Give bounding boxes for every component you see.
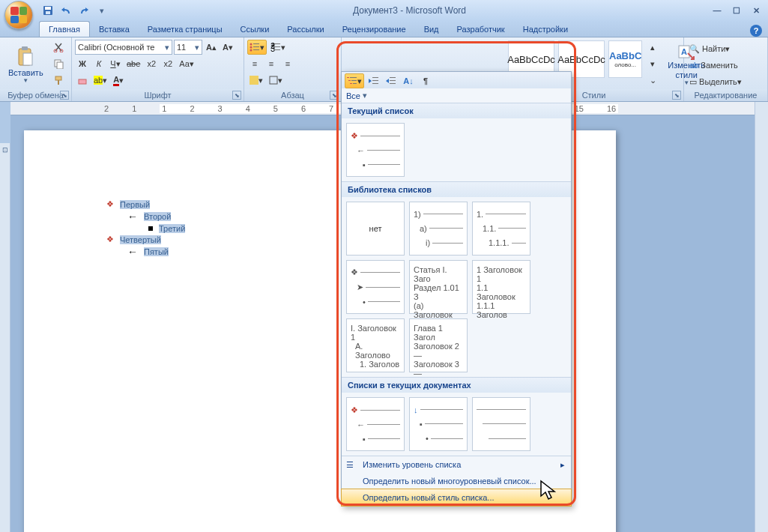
t: ↓ xyxy=(414,405,418,414)
font-name-value: Calibri (Основной те xyxy=(78,43,154,52)
list-tile[interactable]: I. Заголовок 1A. Заголово1. Заголов xyxy=(346,318,405,372)
find-icon: 🔍 xyxy=(689,44,700,54)
list-tile-none[interactable]: нет xyxy=(346,202,405,256)
styles-launcher-icon[interactable]: ⬊ xyxy=(672,91,681,100)
shading-icon[interactable]: ▾ xyxy=(247,73,265,88)
office-button[interactable] xyxy=(4,1,33,29)
para-launcher-icon[interactable]: ⬊ xyxy=(330,91,339,100)
superscript-icon[interactable]: x2 xyxy=(160,56,175,71)
bullets-icon[interactable]: ▾ xyxy=(247,40,267,55)
increase-indent-icon[interactable] xyxy=(384,73,399,88)
ruler-tick: 2 xyxy=(104,104,109,113)
tab-layout[interactable]: Разметка страницы xyxy=(139,22,232,37)
find-button[interactable]: 🔍 Найти ▾ xyxy=(687,41,765,56)
tab-mailings[interactable]: Рассылки xyxy=(278,22,333,37)
borders-icon[interactable]: ▾ xyxy=(267,73,285,88)
clear-format-icon[interactable] xyxy=(75,73,90,88)
show-marks-icon[interactable]: ¶ xyxy=(418,73,433,88)
define-new-list-style-item[interactable]: Определить новый стиль списка... xyxy=(342,489,571,506)
maximize-button[interactable]: ☐ xyxy=(729,4,744,16)
t: Заголовок 2— xyxy=(414,342,463,360)
save-icon[interactable] xyxy=(40,3,55,18)
ribbon-tabs: Главная Вставка Разметка страницы Ссылки… xyxy=(0,21,768,37)
dropdown-all-label[interactable]: Все xyxy=(346,91,360,100)
styles-down-icon[interactable]: ▾ xyxy=(645,56,660,71)
t: Статья I. Заго xyxy=(414,265,463,283)
paste-button[interactable]: Вставить ▼ xyxy=(3,40,49,89)
ruler-tick: 2 xyxy=(190,104,194,113)
close-button[interactable]: ✕ xyxy=(749,4,764,16)
tab-developer[interactable]: Разработчик xyxy=(448,22,514,37)
tab-review[interactable]: Рецензирование xyxy=(333,22,415,37)
styles-up-icon[interactable]: ▴ xyxy=(645,40,660,55)
define-new-multilevel-item[interactable]: Определить новый многоуровневый список..… xyxy=(342,473,571,489)
t: 1) xyxy=(414,210,421,219)
ruler-tick: 1 xyxy=(162,104,166,113)
list-tile[interactable]: ❖←▪ xyxy=(346,397,405,451)
list-tile[interactable]: 1.1.1.1.1.1. xyxy=(472,202,530,256)
ruler-tick: 6 xyxy=(301,104,306,113)
t: I. Заголовок 1 xyxy=(351,324,400,342)
list-tile[interactable]: 1 Заголовок 11.1 Заголовок1.1.1 Заголов xyxy=(472,260,530,314)
sort-icon[interactable]: A↓ xyxy=(401,73,416,88)
svg-rect-33 xyxy=(350,83,352,84)
svg-rect-35 xyxy=(372,77,378,78)
tab-addins[interactable]: Надстройки xyxy=(514,22,577,37)
align-center-icon[interactable]: ≡ xyxy=(264,56,279,71)
font-color-icon[interactable]: A▾ xyxy=(111,73,126,88)
styles-more-icon[interactable]: ⌄ xyxy=(645,73,660,88)
grow-font-icon[interactable]: A▴ xyxy=(204,40,219,55)
list-tile-none-label: нет xyxy=(369,224,382,233)
clipboard-launcher-icon[interactable]: ⬊ xyxy=(60,91,69,100)
strike-icon[interactable]: abe xyxy=(124,56,142,71)
align-left-icon[interactable]: ≡ xyxy=(247,56,262,71)
ruler-tick: 5 xyxy=(273,104,278,113)
qat-customize-icon[interactable]: ▾ xyxy=(94,3,109,18)
svg-rect-26 xyxy=(270,76,277,84)
tab-references[interactable]: Ссылки xyxy=(232,22,279,37)
align-right-icon[interactable]: ≡ xyxy=(280,56,295,71)
tab-insert[interactable]: Вставка xyxy=(90,22,139,37)
list-tile[interactable]: ↓▪• xyxy=(409,397,468,451)
font-size-combo[interactable]: 11▾ xyxy=(174,40,202,55)
undo-icon[interactable] xyxy=(58,3,73,18)
cut-icon[interactable] xyxy=(51,40,66,55)
list-tile[interactable]: 1)a)i) xyxy=(409,202,468,256)
list-tile[interactable]: Статья I. ЗагоРаздел 1.01 З(a) Заголовок xyxy=(409,260,468,314)
t: (a) Заголовок xyxy=(414,301,463,319)
list-tile-current[interactable]: ❖ ← ▪ xyxy=(346,123,405,177)
replace-button[interactable]: ab Заменить xyxy=(687,58,765,73)
highlight-icon[interactable]: ab▾ xyxy=(91,73,109,88)
shrink-font-icon[interactable]: A▾ xyxy=(220,40,235,55)
style-tile-3[interactable]: AaBbCолово... xyxy=(608,40,642,78)
underline-icon[interactable]: Ч ▾ xyxy=(108,56,123,71)
view-ruler-toggle[interactable]: ⊡ xyxy=(0,143,10,532)
format-painter-icon[interactable] xyxy=(51,73,66,88)
vertical-scrollbar[interactable] xyxy=(755,102,768,532)
bold-icon[interactable]: Ж xyxy=(75,56,90,71)
multilevel-list-icon[interactable]: ▾ xyxy=(345,73,364,88)
font-name-combo[interactable]: Calibri (Основной те▾ xyxy=(75,40,172,55)
select-button[interactable]: ▭ Выделить ▾ xyxy=(687,74,765,89)
tab-view[interactable]: Вид xyxy=(415,22,448,37)
font-launcher-icon[interactable]: ⬊ xyxy=(232,91,241,100)
minimize-button[interactable]: — xyxy=(710,4,725,16)
copy-icon[interactable] xyxy=(51,56,66,71)
list-text: Четвертый xyxy=(120,235,161,244)
numbering-icon[interactable]: 123▾ xyxy=(268,40,288,55)
subscript-icon[interactable]: x2 xyxy=(144,56,159,71)
t: 1 Заголовок 1 xyxy=(477,265,526,283)
list-tile[interactable]: ❖➤• xyxy=(346,260,405,314)
list-tile[interactable]: Глава 1 ЗаголЗаголовок 2—Заголовок 3— xyxy=(409,318,468,372)
t: ← xyxy=(357,420,365,429)
tab-home[interactable]: Главная xyxy=(39,21,90,37)
clipboard-group-label: Буфер обмена xyxy=(7,91,64,100)
help-icon[interactable]: ? xyxy=(750,25,762,37)
change-case-icon[interactable]: Aa▾ xyxy=(177,56,196,71)
decrease-indent-icon[interactable] xyxy=(366,73,381,88)
change-list-level-item[interactable]: ☰Изменить уровень списка▸ xyxy=(342,456,571,473)
italic-icon[interactable]: К xyxy=(91,56,106,71)
list-tile[interactable] xyxy=(472,397,530,451)
redo-icon[interactable] xyxy=(76,3,91,18)
dropdown-section-docs: Списки в текущих документах xyxy=(342,377,571,393)
